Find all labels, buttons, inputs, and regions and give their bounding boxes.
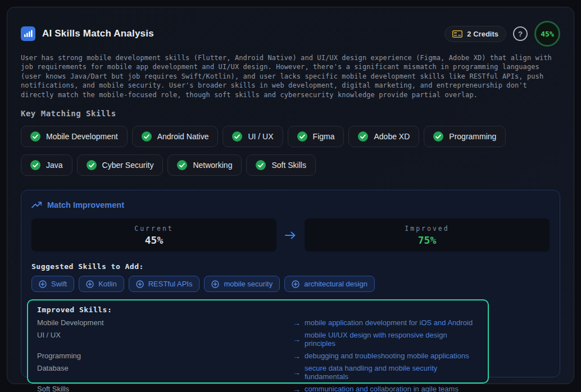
improved-skill-description: → mobile UI/UX design with responsive de…	[293, 331, 480, 348]
skill-chip: Figma	[288, 126, 344, 147]
credits-badge: 2 Credits	[444, 26, 506, 42]
improved-skill-name: Soft Skills	[37, 385, 293, 392]
plus-circle-icon	[136, 280, 144, 288]
suggested-skill-label: architectural design	[304, 280, 367, 288]
skills-match-card: AI Skills Match Analysis 2 Credits ? 45	[7, 7, 574, 384]
suggested-skill-label: Swift	[51, 280, 67, 288]
skill-chip: Adobe XD	[348, 126, 419, 147]
improved-skills-list: Mobile Development → mobile application …	[37, 318, 480, 392]
suggested-skill-label: RESTful APIs	[148, 280, 193, 288]
arrow-right-icon: →	[293, 319, 301, 327]
skill-chip-label: Programming	[449, 132, 496, 141]
question-mark-icon: ?	[518, 30, 523, 38]
arrow-right-icon: →	[293, 352, 301, 360]
suggested-skill-chip[interactable]: Swift	[31, 276, 74, 292]
check-icon	[30, 160, 40, 170]
skill-chip: Android Native	[132, 126, 219, 147]
arrow-right-icon: →	[293, 385, 301, 392]
skill-chip-label: Java	[46, 161, 63, 170]
improved-skill-description: → mobile application development for iOS…	[293, 318, 480, 327]
skill-chip-label: Android Native	[157, 132, 209, 141]
improvement-text: mobile application development for iOS a…	[305, 318, 473, 327]
improvement-text: communication and collaboration in agile…	[305, 385, 459, 392]
improvement-text: debugging and troubleshooting mobile app…	[305, 352, 469, 360]
check-icon	[232, 131, 242, 142]
skill-chip: UI / UX	[223, 126, 283, 147]
suggested-skill-chip[interactable]: architectural design	[284, 276, 375, 292]
matching-skills-heading: Key Matching Skills	[21, 109, 560, 118]
improved-skill-description: → debugging and troubleshooting mobile a…	[293, 352, 480, 360]
suggested-skills-list: Swift Kotlin	[31, 276, 550, 292]
improved-skill-name: UI / UX	[37, 331, 293, 348]
suggested-skill-chip[interactable]: RESTful APIs	[129, 276, 200, 292]
skill-chip-label: Cyber Security	[102, 161, 154, 170]
trending-up-icon	[31, 201, 42, 209]
card-header: AI Skills Match Analysis 2 Credits ? 45	[21, 21, 560, 47]
improved-skills-box: Improved Skills: Mobile Development → mo…	[27, 299, 489, 384]
plus-circle-icon	[86, 280, 94, 288]
skill-chip: Java	[21, 154, 72, 176]
suggested-skill-chip[interactable]: mobile security	[204, 276, 280, 292]
match-percent-value: 45%	[541, 30, 553, 38]
skill-chip: Mobile Development	[21, 126, 128, 147]
bar-chart-icon	[21, 26, 35, 41]
check-icon	[256, 160, 266, 170]
skill-chip: Networking	[167, 154, 242, 176]
improved-skill-name: Database	[37, 364, 293, 381]
plus-circle-icon	[39, 280, 47, 288]
skill-chip-label: Mobile Development	[46, 132, 118, 141]
improved-match-box: Improved 75%	[305, 218, 550, 252]
header-actions: 2 Credits ? 45%	[444, 21, 560, 47]
check-icon	[358, 131, 368, 142]
analysis-summary: User has strong mobile development skill…	[21, 53, 560, 99]
suggested-skills-heading: Suggested Skills to Add:	[31, 262, 550, 271]
match-improvement-card: Match Improvement Current 45% Improved 7…	[21, 190, 560, 377]
header-title-group: AI Skills Match Analysis	[21, 26, 154, 41]
skill-chip-label: Figma	[313, 132, 335, 141]
check-icon	[297, 131, 307, 142]
improvement-text: mobile UI/UX design with responsive desi…	[305, 331, 480, 348]
match-improvement-heading: Match Improvement	[47, 200, 124, 209]
check-icon	[433, 131, 443, 142]
improvement-text: secure data handling and mobile security…	[305, 364, 480, 381]
skill-chip-label: Soft Skills	[271, 161, 306, 170]
improved-label: Improved	[405, 225, 449, 233]
match-percent-ring: 45%	[534, 21, 560, 47]
skill-chip-label: Adobe XD	[374, 132, 410, 141]
suggested-skill-label: Kotlin	[98, 280, 117, 288]
help-button[interactable]: ?	[513, 26, 528, 41]
improved-skill-description: → secure data handling and mobile securi…	[293, 364, 480, 381]
current-match-box: Current 45%	[31, 218, 276, 252]
skill-chip-label: UI / UX	[248, 132, 273, 141]
current-value: 45%	[145, 234, 164, 246]
improved-value: 75%	[418, 234, 437, 246]
page-title: AI Skills Match Analysis	[42, 28, 154, 39]
skill-chip-label: Networking	[193, 161, 232, 170]
check-icon	[142, 131, 152, 142]
skill-chip: Soft Skills	[246, 154, 315, 176]
arrow-right-icon: →	[293, 368, 301, 376]
check-icon	[30, 131, 40, 142]
matching-skills-list: Mobile Development Android Native UI / U	[21, 126, 560, 176]
match-compare-row: Current 45% Improved 75%	[31, 218, 550, 252]
improved-skills-heading: Improved Skills:	[37, 306, 480, 314]
skill-chip: Programming	[424, 126, 506, 147]
arrow-right-icon: →	[293, 335, 301, 343]
plus-circle-icon	[292, 280, 299, 288]
match-improvement-header: Match Improvement	[31, 200, 550, 209]
right-arrow-icon	[284, 230, 297, 240]
suggested-skill-label: mobile security	[224, 280, 273, 288]
suggested-skill-chip[interactable]: Kotlin	[79, 276, 124, 292]
improved-skill-name: Programming	[37, 352, 293, 360]
current-label: Current	[134, 225, 173, 233]
improved-skill-name: Mobile Development	[37, 318, 293, 327]
check-icon	[87, 160, 97, 170]
skill-chip: Cyber Security	[77, 154, 164, 176]
improved-skill-description: → communication and collaboration in agi…	[293, 385, 480, 392]
plus-circle-icon	[211, 280, 219, 288]
credits-label: 2 Credits	[467, 30, 498, 38]
credit-card-icon	[452, 30, 462, 38]
check-icon	[177, 160, 187, 170]
